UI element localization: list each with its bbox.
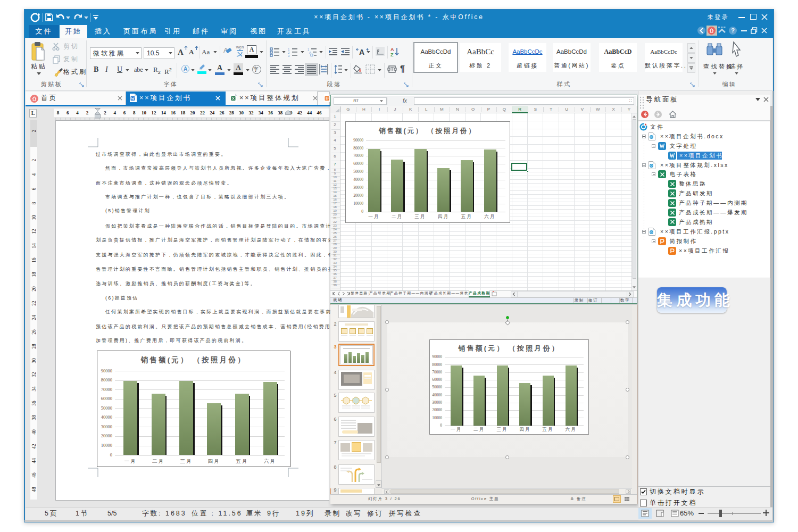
svg-text:A: A — [359, 48, 364, 56]
svg-text:A: A — [390, 47, 394, 52]
svg-text:Z: Z — [390, 52, 394, 57]
